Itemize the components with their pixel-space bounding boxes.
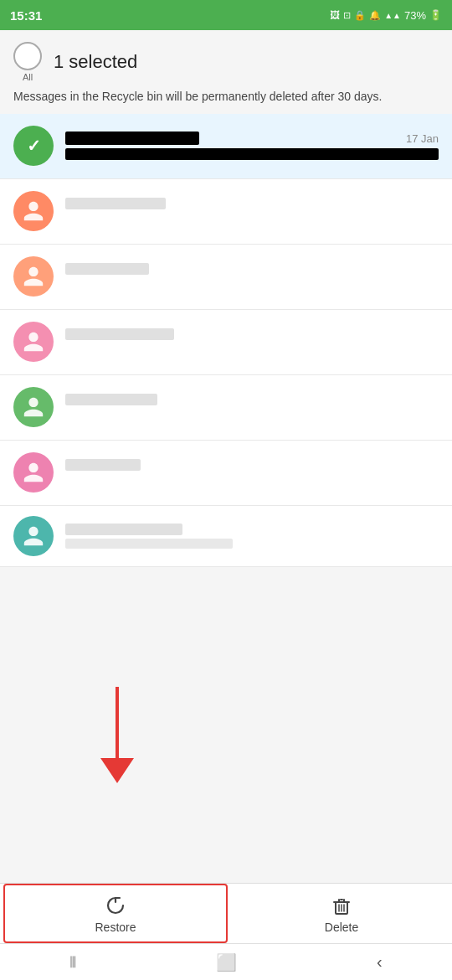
nav-bar: ⦀ ⬜ ‹ — [0, 943, 452, 980]
recycle-notice: Messages in the Recycle bin will be perm… — [13, 89, 439, 106]
select-all-label: All — [23, 72, 33, 82]
delete-label: Delete — [325, 921, 358, 934]
avatar — [13, 322, 54, 362]
back-nav-icon[interactable]: ‹ — [377, 952, 383, 972]
person-icon — [22, 265, 45, 288]
screenshot-icon: ⊡ — [343, 10, 351, 21]
avatar — [13, 452, 54, 493]
battery-level: 73% — [404, 9, 426, 22]
recents-nav-icon[interactable]: ⦀ — [69, 952, 76, 972]
message-content — [65, 328, 439, 355]
list-item[interactable] — [0, 506, 452, 567]
delete-button[interactable]: Delete — [231, 884, 452, 943]
avatar — [13, 516, 54, 556]
avatar — [13, 256, 54, 297]
avatar — [13, 191, 54, 231]
selected-count: 1 selected — [54, 51, 137, 73]
select-all-checkbox[interactable] — [13, 42, 42, 70]
vpn-icon: 🔒 — [354, 10, 366, 21]
media-icon: 🖼 — [330, 9, 340, 21]
avatar: ✓ — [13, 126, 54, 166]
person-icon — [22, 199, 45, 223]
bottom-toolbar: Restore Delete — [0, 883, 452, 943]
message-content — [65, 198, 439, 224]
person-icon — [22, 330, 45, 353]
sender-name-redacted — [65, 132, 199, 145]
list-item[interactable]: ✓ 17 Jan — [0, 114, 452, 179]
restore-button[interactable]: Restore — [3, 884, 228, 943]
message-content — [65, 524, 439, 549]
list-item[interactable] — [0, 179, 452, 245]
person-icon — [22, 395, 45, 419]
status-icons: 🖼 ⊡ 🔒 🔔 ▲▲ 73% 🔋 — [330, 9, 442, 22]
message-content: 17 Jan — [65, 132, 439, 160]
signal-icons: ▲▲ — [384, 11, 401, 20]
avatar — [13, 387, 54, 427]
message-content — [65, 263, 439, 290]
alarm-icon: 🔔 — [369, 10, 381, 21]
list-item[interactable] — [0, 375, 452, 441]
home-nav-icon[interactable]: ⬜ — [216, 952, 237, 972]
message-date: 17 Jan — [406, 132, 439, 145]
message-content — [65, 459, 439, 486]
delete-icon — [330, 894, 353, 917]
restore-label: Restore — [95, 921, 136, 934]
status-bar: 15:31 🖼 ⊡ 🔒 🔔 ▲▲ 73% 🔋 — [0, 0, 452, 30]
restore-icon — [104, 894, 127, 917]
status-time: 15:31 — [10, 8, 42, 23]
header: All 1 selected Messages in the Recycle b… — [0, 30, 452, 114]
svg-marker-1 — [100, 758, 134, 783]
person-icon — [22, 524, 45, 548]
message-content — [65, 394, 439, 420]
check-icon: ✓ — [27, 136, 41, 156]
list-item[interactable] — [0, 310, 452, 375]
list-item[interactable] — [0, 245, 452, 310]
message-preview-redacted — [65, 148, 439, 160]
message-list: ✓ 17 Jan — [0, 114, 452, 567]
list-item[interactable] — [0, 441, 452, 506]
person-icon — [22, 461, 45, 484]
arrow-annotation — [67, 687, 167, 804]
battery-icon: 🔋 — [429, 9, 442, 21]
select-all-wrapper[interactable]: All — [13, 42, 42, 82]
